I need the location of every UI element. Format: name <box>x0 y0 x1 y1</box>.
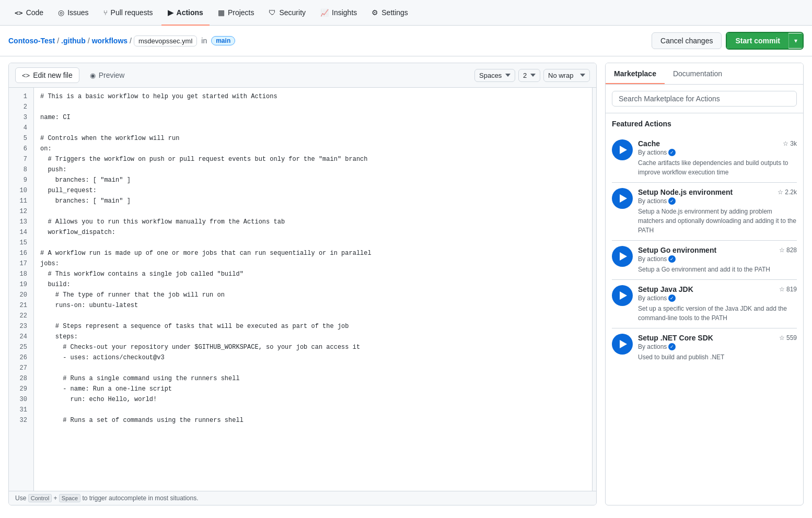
play-icon <box>620 194 627 203</box>
scroll-bar[interactable] <box>592 88 596 491</box>
line-numbers: 1234567891011121314151617181920212223242… <box>9 88 34 491</box>
code-editor[interactable]: 1234567891011121314151617181920212223242… <box>9 88 596 491</box>
line-number: 30 <box>13 395 27 405</box>
code-line <box>40 311 586 322</box>
spaces-select[interactable]: Spaces Tabs <box>474 69 515 82</box>
nav-pull-requests[interactable]: ⑂ Pull requests <box>97 4 159 21</box>
action-item-setup-go[interactable]: Setup Go environment ☆ 828 By actions ✓ … <box>612 241 797 280</box>
nav-projects-label: Projects <box>228 8 254 17</box>
action-item-setup-dotnet[interactable]: Setup .NET Core SDK ☆ 559 By actions ✓ U… <box>612 328 797 367</box>
commit-dropdown-button[interactable]: ▾ <box>788 33 803 48</box>
action-header: Setup Node.js environment ☆ 2.2k <box>638 188 797 196</box>
action-stars: ☆ 819 <box>779 286 797 293</box>
action-by: By actions ✓ <box>638 295 797 302</box>
code-line: # Steps represent a sequence of tasks th… <box>40 322 586 332</box>
action-body-setup-java: Setup Java JDK ☆ 819 By actions ✓ Set up… <box>638 285 797 323</box>
start-commit-button[interactable]: Start commit <box>727 33 788 49</box>
cancel-button[interactable]: Cancel changes <box>652 32 722 49</box>
line-number: 14 <box>13 228 27 238</box>
action-stars: ☆ 559 <box>779 334 797 342</box>
action-desc: Set up a specific version of the Java JD… <box>638 304 797 323</box>
action-item-cache[interactable]: Cache ☆ 3k By actions ✓ Cache artifacts … <box>612 134 797 183</box>
code-line: # This is a basic workflow to help you g… <box>40 92 586 102</box>
code-line: name: CI <box>40 113 586 123</box>
nav-projects[interactable]: ▦ Projects <box>212 4 261 21</box>
action-body-setup-go: Setup Go environment ☆ 828 By actions ✓ … <box>638 246 797 274</box>
line-number: 5 <box>13 134 27 144</box>
line-number: 32 <box>13 416 27 426</box>
issues-icon: ◎ <box>58 8 64 17</box>
nav-settings[interactable]: ⚙ Settings <box>365 4 414 21</box>
code-line: push: <box>40 165 586 175</box>
action-list: Cache ☆ 3k By actions ✓ Cache artifacts … <box>612 134 797 367</box>
marketplace-search <box>606 85 803 113</box>
editor-toolbar: <> Edit new file ◉ Preview Spaces Tabs 2… <box>9 63 596 88</box>
sep2: / <box>88 37 90 45</box>
line-number: 29 <box>13 384 27 395</box>
star-count: 828 <box>786 246 797 254</box>
line-number: 8 <box>13 165 27 175</box>
code-line: # This workflow contains a single job ca… <box>40 269 586 280</box>
nav-issues[interactable]: ◎ Issues <box>52 4 95 21</box>
action-by: By actions ✓ <box>638 343 797 350</box>
breadcrumb-bar: Contoso-Test / .github / workflows / msd… <box>0 26 812 56</box>
code-line: # Checks-out your repository under $GITH… <box>40 343 586 353</box>
breadcrumb: Contoso-Test / .github / workflows / msd… <box>8 36 235 46</box>
line-number: 9 <box>13 175 27 186</box>
nav-code-label: Code <box>26 8 43 17</box>
nav-insights[interactable]: 📈 Insights <box>314 4 363 21</box>
wrap-select[interactable]: No wrap Soft wrap <box>543 69 590 82</box>
action-icon-cache <box>612 139 633 160</box>
nav-security[interactable]: 🛡 Security <box>262 4 312 21</box>
line-number: 1 <box>13 92 27 102</box>
line-number: 22 <box>13 311 27 322</box>
status-bar: Use Control + Space to trigger autocompl… <box>9 491 596 505</box>
code-line <box>40 405 586 416</box>
filename-input[interactable]: msdevopssec.yml <box>134 36 197 46</box>
action-stars: ☆ 2.2k <box>778 189 797 196</box>
sep1: / <box>57 37 59 45</box>
nav-actions[interactable]: ▶ Actions <box>161 4 210 21</box>
tab-documentation[interactable]: Documentation <box>665 63 730 84</box>
tab-preview[interactable]: ◉ Preview <box>84 68 131 83</box>
action-desc: Cache artifacts like dependencies and bu… <box>638 158 797 177</box>
action-icon-setup-go <box>612 246 633 267</box>
repo-link[interactable]: Contoso-Test <box>8 37 55 45</box>
action-name: Cache <box>638 139 660 148</box>
code-line: # Runs a single command using the runner… <box>40 374 586 384</box>
tab-edit-new-file[interactable]: <> Edit new file <box>15 67 79 83</box>
featured-actions: Featured Actions Cache ☆ 3k By actions ✓… <box>606 113 803 505</box>
action-desc: Setup a Node.js environment by adding pr… <box>638 207 797 235</box>
code-line: # Triggers the workflow on push or pull … <box>40 155 586 165</box>
security-icon: 🛡 <box>269 8 276 17</box>
code-line <box>40 102 586 113</box>
action-stars: ☆ 3k <box>783 140 797 147</box>
action-icon-setup-node <box>612 188 633 209</box>
workflows-link[interactable]: workflows <box>92 37 127 45</box>
code-line: # A workflow run is made up of one or mo… <box>40 249 586 259</box>
settings-icon: ⚙ <box>372 8 378 17</box>
tab-marketplace[interactable]: Marketplace <box>606 63 665 84</box>
action-by: By actions ✓ <box>638 255 797 263</box>
preview-icon: ◉ <box>90 72 96 79</box>
search-input[interactable] <box>612 91 797 107</box>
star-count: 819 <box>786 286 797 293</box>
action-stars: ☆ 828 <box>779 246 797 254</box>
action-item-setup-node[interactable]: Setup Node.js environment ☆ 2.2k By acti… <box>612 183 797 241</box>
line-number: 18 <box>13 269 27 280</box>
star-count: 559 <box>786 334 797 342</box>
action-item-setup-java[interactable]: Setup Java JDK ☆ 819 By actions ✓ Set up… <box>612 280 797 328</box>
github-link[interactable]: .github <box>61 37 86 45</box>
action-header: Setup Go environment ☆ 828 <box>638 246 797 254</box>
star-icon: ☆ <box>779 334 785 342</box>
line-number: 2 <box>13 102 27 113</box>
code-content[interactable]: # This is a basic workflow to help you g… <box>34 88 592 491</box>
code-line: runs-on: ubuntu-latest <box>40 301 586 311</box>
nav-actions-label: Actions <box>177 8 203 17</box>
code-line: # Controls when the workflow will run <box>40 134 586 144</box>
line-number: 28 <box>13 374 27 384</box>
nav-code[interactable]: <> Code <box>8 4 50 21</box>
action-by: By actions ✓ <box>638 197 797 205</box>
nav-insights-label: Insights <box>332 8 357 17</box>
indent-select[interactable]: 2 4 <box>518 69 540 82</box>
